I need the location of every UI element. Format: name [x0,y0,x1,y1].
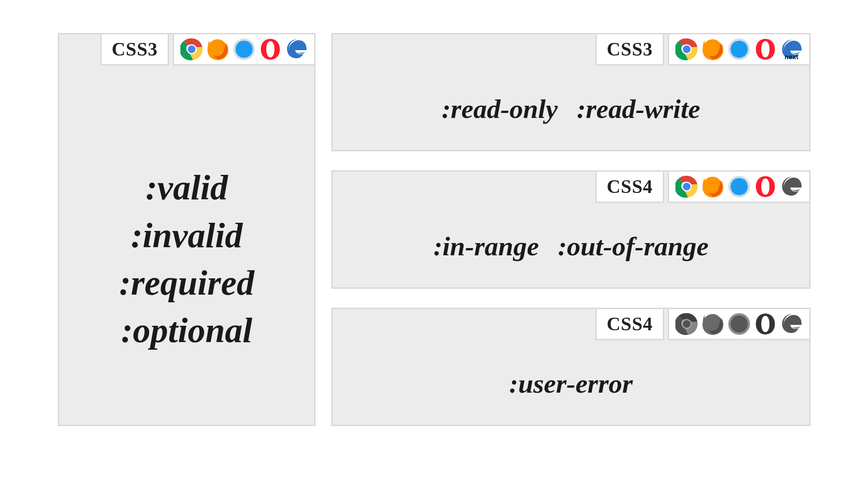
card-badges: CSS3 next [595,33,811,66]
card-badges: CSS3 [100,33,316,66]
svg-point-113 [683,320,691,328]
svg-line-24 [242,41,242,42]
card-user-error: CSS4 :user-error [331,308,811,426]
card-read-only-write: CSS3 next :read-only :read-write [331,33,811,151]
chrome-icon [675,313,698,335]
safari-icon [728,38,750,61]
card-body: :user-error [333,352,809,416]
svg-line-26 [246,41,247,42]
svg-line-18 [236,52,236,52]
pseudo-selector: :invalid [131,211,243,259]
chrome-icon [675,38,698,61]
pseudo-selector: :read-only [442,91,558,127]
svg-point-2 [188,46,196,53]
card-body: :in-range :out-of-range [333,215,809,278]
svg-line-61 [737,41,737,42]
svg-line-104 [747,184,748,185]
svg-line-20 [236,47,236,47]
spec-badge: CSS4 [595,170,664,203]
browser-support-badge [668,308,811,340]
pseudo-selector: :required [119,259,255,306]
card-badges: CSS4 [595,170,811,203]
svg-line-88 [737,194,737,195]
firefox-icon [207,38,229,61]
browser-support-badge [173,33,316,66]
edge-next-label: next [785,55,799,60]
svg-line-14 [242,57,242,58]
svg-line-129 [731,326,731,327]
spec-label: CSS4 [607,176,653,197]
opera-icon [754,175,777,198]
svg-line-100 [741,178,742,179]
edge-icon [780,313,803,335]
safari-icon [728,175,750,198]
card-badges: CSS4 [595,308,811,340]
pseudo-selector: :in-range [434,228,539,265]
card-valid-invalid: CSS3 :valid :invalid :required :optional [58,33,316,426]
chrome-icon [675,175,698,198]
spec-badge: CSS3 [100,33,169,66]
svg-line-82 [747,189,748,189]
svg-line-51 [737,57,737,58]
svg-line-45 [747,52,748,52]
card-body: :read-only :read-write [333,77,809,141]
svg-line-135 [737,315,737,316]
spec-label: CSS3 [112,38,158,60]
firefox-icon [702,38,724,61]
edge-icon [780,175,803,198]
card-body: :valid :invalid :required :optional [59,120,314,398]
opera-icon [259,38,282,61]
edge-next-icon: next [780,38,803,61]
firefox-icon [702,175,724,198]
svg-line-98 [737,178,737,179]
svg-line-123 [741,332,742,333]
chrome-icon [180,38,203,61]
svg-line-119 [747,326,748,327]
svg-point-76 [683,183,691,191]
pseudo-selector: :valid [146,164,228,211]
svg-line-30 [252,47,253,47]
svg-line-12 [246,57,247,58]
pseudo-selector: :out-of-range [558,228,708,265]
safari-icon [233,38,255,61]
edge-icon [285,38,308,61]
spec-label: CSS4 [607,313,653,335]
spec-badge: CSS4 [595,308,664,340]
safari-icon [728,313,750,335]
spec-label: CSS3 [607,38,653,60]
svg-line-92 [731,189,731,189]
svg-line-125 [737,332,737,333]
svg-line-141 [747,322,748,322]
svg-line-94 [731,184,731,185]
slide-stage: CSS3 :valid :invalid :required :optional [0,0,868,488]
pseudo-selector: :user-error [509,366,632,402]
browser-support-badge: next [668,33,811,66]
svg-point-39 [683,46,691,53]
svg-line-8 [252,52,253,52]
pseudo-selector: :read-write [577,91,700,127]
spec-badge: CSS3 [595,33,664,66]
svg-line-49 [741,57,742,58]
firefox-icon [702,313,724,335]
svg-line-63 [741,41,742,42]
pseudo-selector: :optional [121,306,252,354]
opera-icon [754,38,777,61]
card-in-out-range: CSS4 :in-range :out-of-range [331,170,811,289]
svg-line-67 [747,47,748,47]
svg-line-86 [741,194,742,195]
svg-line-131 [731,322,731,322]
browser-support-badge [668,170,811,203]
svg-line-137 [741,315,742,316]
svg-line-57 [731,47,731,47]
opera-icon [754,313,777,335]
svg-line-55 [731,52,731,52]
